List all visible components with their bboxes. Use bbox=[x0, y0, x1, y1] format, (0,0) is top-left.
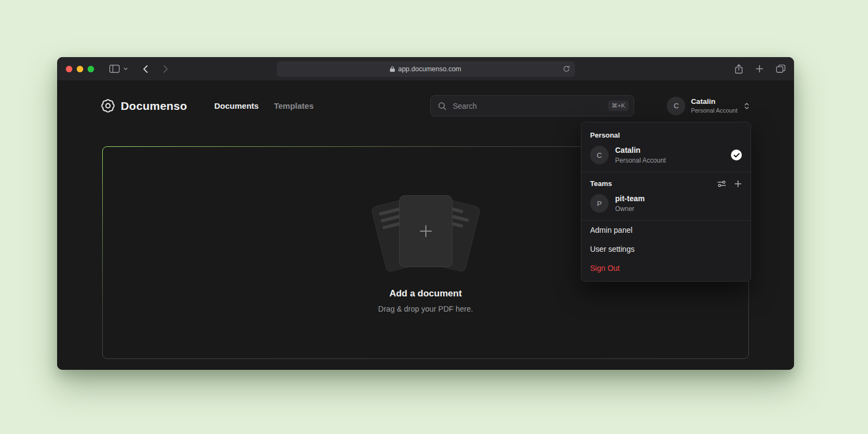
close-window-button[interactable] bbox=[66, 66, 72, 72]
minimize-window-button[interactable] bbox=[77, 66, 83, 72]
avatar: P bbox=[590, 194, 609, 213]
chevrons-up-down-icon bbox=[743, 102, 751, 110]
document-card-center bbox=[399, 195, 452, 267]
documents-illustration bbox=[366, 193, 486, 274]
teams-section-label: Teams bbox=[590, 179, 612, 188]
account-name: Catalin bbox=[691, 98, 737, 106]
reload-icon bbox=[563, 65, 570, 72]
avatar: C bbox=[667, 97, 685, 115]
main-nav: Documents Templates bbox=[214, 101, 314, 110]
lock-icon bbox=[390, 66, 395, 72]
brand-name: Documenso bbox=[121, 100, 187, 113]
account-menu-trigger[interactable]: C Catalin Personal Account bbox=[667, 97, 751, 115]
chevron-right-icon bbox=[163, 65, 168, 73]
menu-item-admin-panel[interactable]: Admin panel bbox=[581, 221, 751, 240]
chevron-left-icon bbox=[143, 65, 148, 73]
menu-item-user-settings[interactable]: User settings bbox=[581, 240, 751, 259]
search-bar[interactable]: ⌘+K bbox=[430, 95, 634, 116]
zoom-window-button[interactable] bbox=[88, 66, 94, 72]
check-icon bbox=[734, 153, 740, 158]
menu-item-sign-out[interactable]: Sign Out bbox=[581, 259, 751, 278]
share-icon bbox=[735, 64, 743, 74]
tab-overview-button[interactable] bbox=[776, 65, 785, 73]
brand-logo[interactable]: Documenso bbox=[101, 98, 187, 113]
personal-account-name: Catalin bbox=[615, 146, 666, 154]
selected-check-badge bbox=[731, 150, 742, 160]
sidebar-icon bbox=[109, 65, 120, 73]
teams-section-header: Teams bbox=[581, 172, 751, 193]
address-bar[interactable]: app.documenso.com bbox=[277, 61, 575, 77]
back-button[interactable] bbox=[143, 65, 148, 73]
browser-window: app.documenso.com Documenso D bbox=[57, 57, 794, 370]
account-dropdown: Personal C Catalin Personal Account Team… bbox=[581, 122, 751, 282]
manage-teams-button[interactable] bbox=[717, 180, 726, 188]
create-team-button[interactable] bbox=[734, 180, 742, 188]
tabs-overview-icon bbox=[776, 65, 785, 73]
sliders-icon bbox=[717, 180, 726, 188]
search-shortcut-badge: ⌘+K bbox=[608, 101, 629, 111]
personal-section-label: Personal bbox=[581, 123, 751, 145]
account-subtitle: Personal Account bbox=[691, 107, 737, 114]
sidebar-menu-chevron[interactable] bbox=[123, 67, 128, 70]
share-button[interactable] bbox=[735, 64, 743, 74]
personal-account-subtitle: Personal Account bbox=[615, 157, 666, 164]
reload-button[interactable] bbox=[563, 65, 570, 72]
sidebar-toggle-button[interactable] bbox=[109, 65, 120, 73]
url-text: app.documenso.com bbox=[398, 65, 461, 73]
team-role: Owner bbox=[615, 205, 644, 213]
chevron-down-icon bbox=[123, 67, 128, 70]
forward-button[interactable] bbox=[163, 65, 168, 73]
nav-item-documents[interactable]: Documents bbox=[214, 101, 259, 110]
team-item[interactable]: P pit-team Owner bbox=[581, 193, 751, 220]
team-name: pit-team bbox=[615, 194, 644, 203]
dropzone-subtitle: Drag & drop your PDF here. bbox=[378, 305, 473, 313]
app-header: Documenso Documents Templates ⌘+K C Cata… bbox=[57, 81, 794, 116]
plus-icon bbox=[755, 65, 764, 73]
dropzone-title: Add a document bbox=[389, 288, 462, 299]
documenso-logo-icon bbox=[101, 98, 115, 113]
plus-icon bbox=[734, 180, 742, 188]
personal-account-item[interactable]: C Catalin Personal Account bbox=[581, 145, 751, 172]
browser-titlebar: app.documenso.com bbox=[57, 57, 794, 81]
traffic-lights bbox=[66, 66, 94, 72]
plus-icon bbox=[417, 222, 435, 240]
nav-item-templates[interactable]: Templates bbox=[274, 101, 314, 110]
new-tab-button[interactable] bbox=[755, 65, 764, 73]
search-input[interactable] bbox=[451, 101, 603, 111]
avatar: C bbox=[590, 146, 609, 164]
search-icon bbox=[438, 102, 447, 110]
